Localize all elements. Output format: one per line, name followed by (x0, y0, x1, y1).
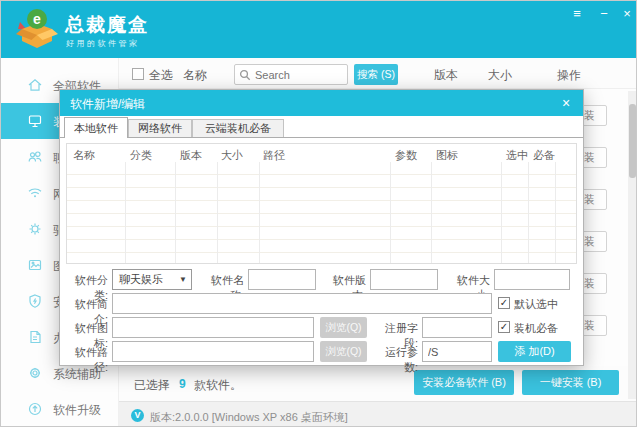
main-toolbar: 全选 名称 搜索 (S) 版本 大小 操作 (119, 58, 637, 89)
tab-cloud-essential[interactable]: 云端装机必备 (192, 119, 284, 138)
table-divider (431, 162, 432, 263)
logo-letter: e (33, 11, 41, 27)
browse-icon-button[interactable]: 浏览(Q) (320, 317, 367, 338)
table-col-icon: 图标 (436, 148, 458, 163)
table-divider (555, 162, 556, 263)
software-table: 名称 分类 版本 大小 路径 参数 图标 选中 必备 (66, 143, 577, 264)
path-label: 软件路径: (62, 345, 108, 375)
category-select[interactable]: 聊天娱乐 ▼ (112, 269, 192, 290)
table-divider (528, 162, 529, 263)
table-divider (501, 162, 502, 263)
run-params-label: 运行参数: (372, 345, 418, 375)
version-field[interactable] (370, 269, 438, 290)
table-col-name: 名称 (73, 148, 95, 163)
cog-icon (27, 365, 43, 381)
name-field[interactable] (248, 269, 316, 290)
dialog-close-icon[interactable]: × (557, 94, 575, 112)
search-icon (239, 69, 251, 81)
table-col-size: 大小 (221, 148, 243, 163)
close-icon[interactable]: × (619, 6, 635, 22)
run-params-field[interactable] (422, 341, 492, 362)
app-window: e 总裁魔盒 好用的软件管家 ≡ − × 全部软件 装机软件 聊天软件 (0, 0, 637, 427)
tab-strip-divider (60, 137, 583, 138)
table-divider (259, 162, 260, 263)
menu-icon[interactable]: ≡ (569, 6, 585, 22)
monitor-icon (27, 113, 43, 129)
search-button[interactable]: 搜索 (S) (354, 64, 398, 85)
table-col-category: 分类 (130, 148, 152, 163)
app-header: e 总裁魔盒 好用的软件管家 ≡ − × (1, 1, 637, 58)
wifi-icon (27, 185, 43, 201)
shield-icon (27, 293, 43, 309)
upgrade-icon (27, 401, 43, 417)
icon-field[interactable] (112, 317, 314, 338)
register-field[interactable] (422, 317, 492, 338)
table-divider (125, 162, 126, 263)
default-selected-label: 默认选中 (514, 297, 558, 312)
table-empty-rows (67, 162, 576, 263)
table-divider (217, 162, 218, 263)
tab-network-software[interactable]: 网络软件 (128, 119, 192, 138)
chevron-down-icon: ▼ (179, 270, 187, 289)
selected-count-suffix: 款软件。 (194, 377, 242, 394)
app-logo-icon: e (13, 7, 61, 53)
app-tagline: 好用的软件管家 (66, 38, 140, 49)
select-all-label: 全选 (149, 67, 173, 84)
essential-checkbox[interactable]: ✓ (498, 321, 510, 333)
table-col-params: 参数 (395, 148, 417, 163)
dialog-titlebar: 软件新增/编辑 × (60, 90, 583, 116)
version-text: 版本:2.0.0.0 [Windows XP x86 桌面环境] (150, 410, 348, 425)
default-selected-checkbox[interactable]: ✓ (498, 297, 510, 309)
document-icon (27, 329, 43, 345)
select-all-checkbox[interactable] (132, 68, 144, 80)
gear-icon (27, 221, 43, 237)
search-input[interactable] (255, 66, 345, 83)
sidebar-item-software-upgrade[interactable]: 软件升级 (1, 391, 119, 427)
minimize-icon[interactable]: − (596, 6, 612, 22)
column-header-action: 操作 (557, 67, 581, 84)
add-button[interactable]: 添 加(D) (498, 341, 571, 362)
table-col-selected: 选中 (506, 148, 528, 163)
home-icon (27, 77, 43, 93)
app-title: 总裁魔盒 (65, 12, 149, 38)
table-divider (175, 162, 176, 263)
category-select-value: 聊天娱乐 (119, 273, 163, 285)
column-header-size: 大小 (488, 67, 512, 84)
selected-count-value: 9 (179, 377, 186, 391)
table-col-version: 版本 (180, 148, 202, 163)
sidebar-item-label: 软件升级 (53, 402, 101, 419)
version-badge-icon: V (131, 409, 144, 422)
table-col-path: 路径 (263, 148, 285, 163)
status-bar: V 版本:2.0.0.0 [Windows XP x86 桌面环境] (119, 401, 637, 427)
install-essential-button[interactable]: 安装必备软件 (B) (414, 370, 514, 395)
scrollbar-thumb[interactable] (629, 104, 636, 178)
tab-local-software[interactable]: 本地软件 (64, 117, 128, 138)
intro-field[interactable] (112, 293, 492, 314)
one-click-install-button[interactable]: 一键安装 (B) (522, 370, 619, 395)
selected-count-prefix: 已选择 (134, 377, 170, 394)
scrollbar-track (628, 91, 637, 399)
dialog-title: 软件新增/编辑 (70, 96, 145, 113)
column-header-name: 名称 (183, 67, 207, 84)
users-icon (27, 149, 43, 165)
table-divider (390, 162, 391, 263)
add-edit-software-dialog: 软件新增/编辑 × 本地软件 网络软件 云端装机必备 名称 分类 版本 大小 路… (59, 89, 584, 366)
size-field[interactable] (494, 269, 570, 290)
path-field[interactable] (112, 341, 314, 362)
column-header-version: 版本 (434, 67, 458, 84)
image-icon (27, 257, 43, 273)
browse-path-button[interactable]: 浏览(Q) (320, 341, 367, 362)
table-col-required: 必备 (533, 148, 555, 163)
search-box (234, 64, 348, 85)
essential-label: 装机必备 (514, 321, 558, 336)
